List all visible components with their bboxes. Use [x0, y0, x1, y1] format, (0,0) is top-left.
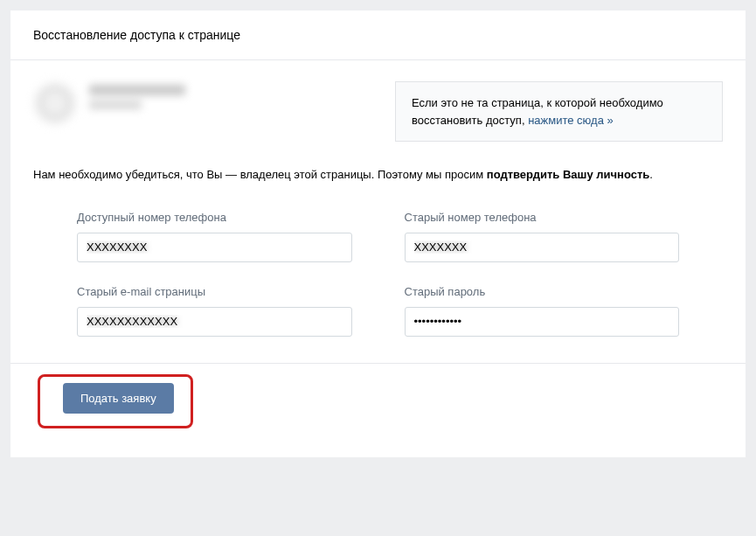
old-email-input[interactable] [77, 307, 352, 337]
available-phone-field: Доступный номер телефона [77, 211, 352, 262]
instruction-text: Нам необходимо убедиться, что Вы — владе… [33, 166, 723, 184]
old-email-label: Старый e-mail страницы [77, 285, 352, 298]
old-email-field: Старый e-mail страницы [77, 285, 352, 337]
restore-access-card: Восстановление доступа к странице Если э… [10, 10, 746, 457]
available-phone-input[interactable] [77, 233, 352, 262]
old-phone-label: Старый номер телефона [405, 211, 680, 224]
user-name-line [89, 85, 185, 95]
instruction-bold: подтвердить Вашу личность [487, 168, 649, 181]
instruction-before: Нам необходимо убедиться, что Вы — владе… [33, 168, 487, 181]
available-phone-label: Доступный номер телефона [77, 211, 352, 224]
card-header: Восстановление доступа к странице [10, 10, 746, 60]
old-password-input[interactable] [405, 307, 680, 337]
old-password-label: Старый пароль [405, 285, 680, 298]
card-footer: Подать заявку [33, 364, 723, 440]
user-name-block [89, 81, 185, 109]
wrong-page-notice: Если это не та страница, к которой необх… [395, 81, 723, 142]
avatar [33, 81, 77, 125]
card-content: Если это не та страница, к которой необх… [10, 60, 746, 457]
wrong-page-link[interactable]: нажмите сюда » [528, 114, 614, 127]
user-info [33, 81, 369, 125]
instruction-after: . [649, 168, 653, 181]
old-phone-input[interactable] [405, 233, 680, 262]
submit-button[interactable]: Подать заявку [63, 383, 174, 414]
old-phone-field: Старый номер телефона [405, 211, 680, 262]
form-grid: Доступный номер телефона Старый номер те… [33, 211, 723, 363]
user-meta-line [89, 101, 142, 109]
user-row: Если это не та страница, к которой необх… [33, 81, 723, 142]
old-password-field: Старый пароль [405, 285, 680, 337]
page-title: Восстановление доступа к странице [33, 28, 723, 42]
